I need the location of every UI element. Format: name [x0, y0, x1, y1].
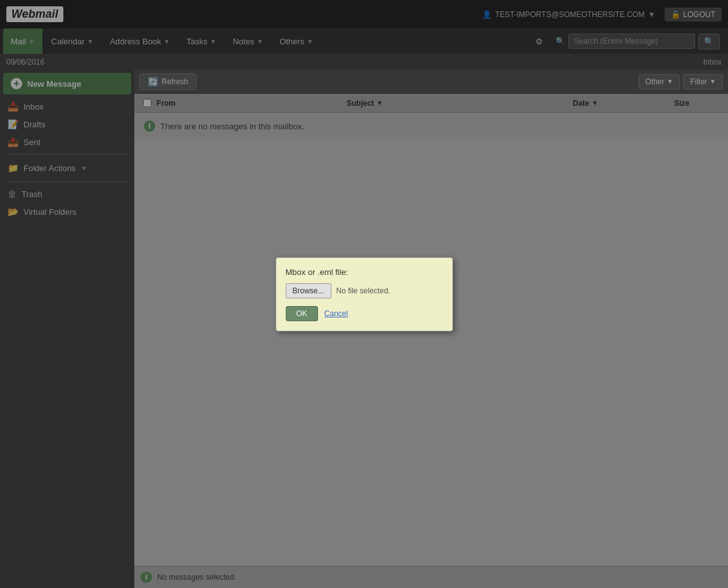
modal-overlay: Mbox or .eml file: Browse... No file sel…: [0, 0, 728, 588]
cancel-button[interactable]: Cancel: [324, 309, 348, 318]
modal-actions: OK Cancel: [286, 306, 443, 321]
ok-button[interactable]: OK: [286, 306, 318, 321]
file-upload-modal: Mbox or .eml file: Browse... No file sel…: [276, 257, 453, 331]
modal-title: Mbox or .eml file:: [286, 267, 443, 277]
file-status: No file selected.: [336, 286, 390, 295]
browse-button[interactable]: Browse...: [286, 283, 331, 298]
modal-file-row: Browse... No file selected.: [286, 283, 443, 298]
